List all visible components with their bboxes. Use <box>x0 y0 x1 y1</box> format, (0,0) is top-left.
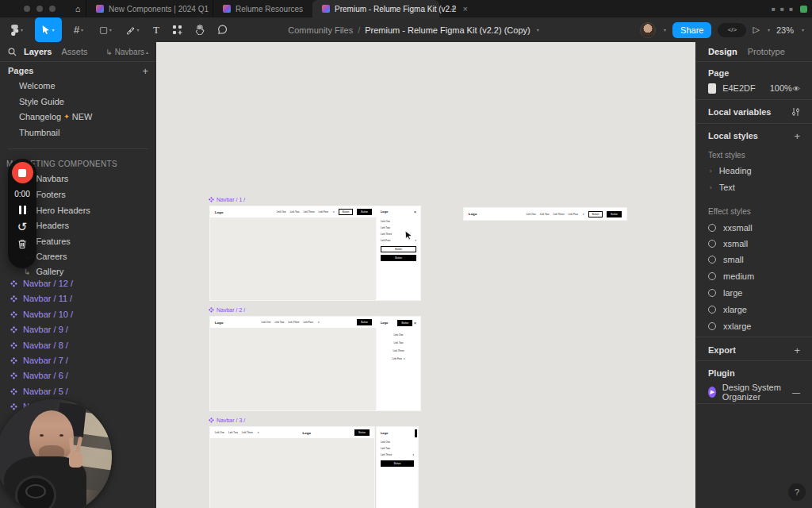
zoom-level[interactable]: 23% <box>776 25 794 35</box>
effect-style-xxsmall[interactable]: xxsmall <box>696 220 812 236</box>
chevron-down-icon: ▾ <box>52 27 54 33</box>
color-swatch[interactable] <box>708 83 716 94</box>
layer-navbar-6[interactable]: Navbar / 6 / <box>0 368 156 383</box>
presenter-face <box>29 410 74 463</box>
tab-layers[interactable]: Layers <box>24 47 52 56</box>
actions-tool-button[interactable] <box>167 17 189 42</box>
sparkle-icon: ✦ <box>63 113 70 121</box>
page-item-welcome[interactable]: Welcome <box>0 78 156 94</box>
page-item-style-guide[interactable]: Style Guide <box>0 94 156 110</box>
effect-style-medium[interactable]: medium <box>696 268 812 284</box>
add-page-button[interactable]: + <box>142 65 148 77</box>
layer-navbar-10[interactable]: Navbar / 10 / <box>0 306 156 322</box>
button-filled: Button <box>354 429 370 436</box>
delete-recording-button[interactable] <box>17 239 27 249</box>
effect-style-xlarge[interactable]: xlarge <box>696 302 812 318</box>
layer-navbar-7[interactable]: Navbar / 7 / <box>0 352 156 368</box>
pen-tool-button[interactable]: ▾ <box>119 17 146 42</box>
add-export-button[interactable]: + <box>794 344 800 356</box>
plugin-design-system-organizer[interactable]: ▶ Design System Organizer — <box>696 384 812 400</box>
avatar[interactable] <box>640 22 656 38</box>
plugin-more-icon[interactable]: — <box>792 388 800 397</box>
effect-style-large[interactable]: large <box>696 285 812 301</box>
file-title[interactable]: Premium - Relume Figma Kit (v2.2) (Copy) <box>365 25 530 35</box>
share-button[interactable]: Share <box>672 22 711 38</box>
component-icon <box>10 295 17 302</box>
main-menu-button[interactable]: ▾ <box>5 17 29 42</box>
minimize-window-icon[interactable] <box>36 6 43 12</box>
layer-navbar-11[interactable]: Navbar / 11 / <box>0 291 156 306</box>
effect-style-xxlarge[interactable]: xxlarge <box>696 318 812 334</box>
comment-tool-button[interactable] <box>211 17 233 42</box>
pause-recording-button[interactable] <box>19 206 26 214</box>
new-tab-button[interactable]: + <box>450 3 457 15</box>
page-color-row[interactable]: E4E2DF 100% <box>696 80 812 96</box>
layer-navbar-8[interactable]: Navbar / 8 / <box>0 337 156 353</box>
chevron-down-icon[interactable]: ▾ <box>802 27 804 33</box>
scrollbar[interactable] <box>415 429 417 437</box>
effect-style-xsmall[interactable]: xsmall <box>696 236 812 252</box>
layer-navbar-5[interactable]: Navbar / 5 / <box>0 383 156 399</box>
text-tool-button[interactable]: T <box>146 17 167 42</box>
layer-navbar-9[interactable]: Navbar / 9 / <box>0 321 156 337</box>
close-window-icon[interactable] <box>24 6 30 12</box>
eye-icon[interactable] <box>792 85 800 92</box>
breadcrumb-project[interactable]: Community Files <box>288 25 353 35</box>
effect-style-icon <box>708 272 716 280</box>
layer-navbar-12[interactable]: Navbar / 12 / <box>0 275 156 291</box>
chevron-icon[interactable]: ▴ <box>146 49 148 55</box>
frame-navbar-2-mobile[interactable]: Logo Button × Link One Link Two Link Thr… <box>377 317 420 410</box>
frame-navbar-1-desktop[interactable]: Logo Link One Link Two Link Three Link F… <box>210 206 377 300</box>
frame-navbar-3-mobile[interactable]: Logo Link One Link Two Link Three ▾ Butt… <box>377 427 418 508</box>
frame-label-navbar-2[interactable]: Navbar / 2 / <box>209 306 245 314</box>
maximize-window-icon[interactable] <box>49 6 56 12</box>
tab-relume-resources[interactable]: Relume Resources <box>213 0 312 17</box>
frame-navbar-1-mobile[interactable]: Logo × Link One Link Two Link Three Link… <box>377 206 420 300</box>
design-canvas[interactable]: Navbar / 1 / Logo Link One Link Two Link… <box>156 42 695 508</box>
page-item-thumbnail[interactable]: Thumbnail <box>0 125 156 140</box>
section-jump[interactable]: Navbars <box>115 48 144 56</box>
frame-label-navbar-1[interactable]: Navbar / 1 / <box>209 195 245 203</box>
effect-style-icon <box>708 306 716 314</box>
dev-mode-toggle[interactable]: </> <box>718 23 746 37</box>
tab-prototype[interactable]: Prototype <box>748 47 785 56</box>
chevron-down-icon[interactable]: ▾ <box>664 27 666 33</box>
present-button[interactable]: ▷ <box>753 25 759 35</box>
text-style-text[interactable]: › Text <box>696 179 812 195</box>
chevron-right-icon[interactable]: › <box>710 167 712 175</box>
tab-assets[interactable]: Assets <box>61 47 87 56</box>
overflow-dots-icon[interactable]: ■ ■ ■ <box>772 6 795 13</box>
close-tab-icon[interactable]: × <box>462 4 467 13</box>
page-item-changelog[interactable]: Changelog ✦ NEW <box>0 109 156 125</box>
help-button[interactable]: ? <box>788 483 806 501</box>
add-style-button[interactable]: + <box>794 130 800 142</box>
chevron-down-icon[interactable]: ▾ <box>768 27 770 33</box>
shape-tool-button[interactable]: ▢ ▾ <box>92 17 119 42</box>
chevron-right-icon[interactable]: › <box>710 184 712 191</box>
stop-recording-button[interactable] <box>12 162 33 183</box>
page-color-hex[interactable]: E4E2DF <box>722 83 756 93</box>
hand-tool-button[interactable] <box>189 17 211 42</box>
home-icon[interactable]: ⌂ <box>70 4 86 13</box>
text-style-heading[interactable]: › Heading <box>696 163 812 179</box>
variables-icon[interactable] <box>791 107 800 117</box>
restart-recording-button[interactable]: ↺ <box>17 221 28 233</box>
chevron-down-icon[interactable]: ▾ <box>537 27 539 33</box>
window-controls[interactable] <box>24 6 56 12</box>
tab-design[interactable]: Design <box>708 47 737 56</box>
component-icon <box>10 342 17 349</box>
frame-tool-button[interactable]: # ▾ <box>65 17 92 42</box>
frame-navbar-2-desktop[interactable]: Logo Link One Link Two Link Three Link F… <box>210 317 377 410</box>
navbar-desktop: Logo Link One Link Two Link Three Link F… <box>464 208 626 220</box>
frame-navbar-3-desktop[interactable]: Link One Link Two Link Three ▾ Logo Butt… <box>210 427 374 508</box>
tab-new-components[interactable]: New Components | 2024 Q1 <box>86 0 213 17</box>
effect-style-small[interactable]: small <box>696 252 812 267</box>
frame-label-navbar-3[interactable]: Navbar / 3 / <box>209 416 245 424</box>
move-tool-button[interactable]: ▾ <box>35 17 62 42</box>
search-icon[interactable] <box>8 48 17 56</box>
frame-navbar-strip[interactable]: Logo Link One Link Two Link Three Link F… <box>464 208 626 220</box>
page-color-opacity[interactable]: 100% <box>770 83 792 93</box>
tab-premium-relume-kit[interactable]: Premium - Relume Figma Kit (v2.2 × <box>312 0 439 17</box>
extension-icon[interactable] <box>800 6 807 13</box>
comment-bubble-icon <box>217 25 228 35</box>
